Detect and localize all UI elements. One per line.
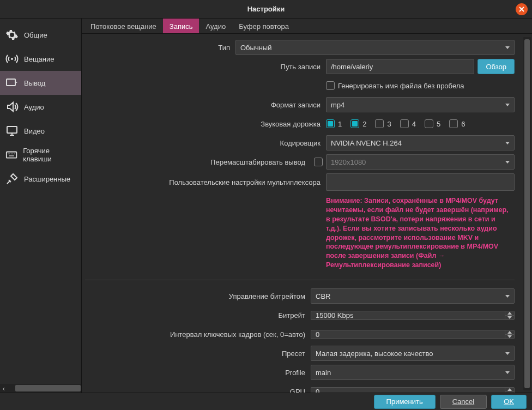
main-scrollbar[interactable]: [523, 37, 531, 390]
sidebar-item-label: Вещание: [24, 55, 55, 63]
track-3-checkbox[interactable]: [375, 119, 384, 128]
tab-streaming[interactable]: Потоковое вещание: [84, 19, 163, 33]
sidebar-item-label: Расширенные: [24, 175, 70, 183]
recording-path-input[interactable]: [326, 59, 474, 74]
chevron-down-icon: [505, 352, 510, 355]
sidebar-item-advanced[interactable]: Расширенные: [0, 167, 81, 191]
sidebar-item-general[interactable]: Общие: [0, 23, 81, 47]
encoder-select[interactable]: NVIDIA NVENC H.264: [326, 135, 515, 150]
keyboard-icon: [5, 148, 17, 161]
cancel-button[interactable]: Cancel: [440, 395, 487, 409]
spinner-down-icon[interactable]: [505, 335, 514, 339]
bitrate-label: Битрейт: [82, 311, 311, 319]
sidebar-item-label: Горячие клавиши: [23, 147, 76, 163]
track-4-checkbox[interactable]: [400, 119, 409, 128]
keyint-spinner[interactable]: 0: [311, 330, 515, 339]
sidebar: Общие Вещание Вывод Аудио Видео Горячие …: [0, 19, 82, 393]
sidebar-item-label: Общие: [24, 31, 47, 39]
mux-input[interactable]: [326, 173, 515, 191]
sidebar-item-stream[interactable]: Вещание: [0, 47, 81, 71]
mp4-warning: Внимание: Записи, сохранённые в MP4/MOV …: [326, 194, 515, 274]
rescale-select[interactable]: 1920x1080: [326, 154, 515, 170]
sidebar-item-video[interactable]: Видео: [0, 119, 81, 143]
chevron-down-icon: [505, 295, 510, 298]
window-title: Настройки: [247, 5, 285, 13]
path-label: Путь записи: [82, 63, 326, 71]
sidebar-item-output[interactable]: Вывод: [0, 71, 81, 95]
profile-select[interactable]: main: [311, 365, 515, 380]
tabbar: Потоковое вещание Запись Аудио Буфер пов…: [82, 19, 532, 34]
type-label: Тип: [82, 44, 235, 52]
tools-icon: [5, 172, 19, 185]
sidebar-item-label: Аудио: [24, 103, 44, 111]
apply-button[interactable]: Применить: [374, 395, 436, 409]
generate-filename-checkbox[interactable]: [326, 81, 335, 90]
profile-label: Profile: [82, 369, 311, 377]
bitrate-spinner[interactable]: 15000 Kbps: [311, 311, 515, 320]
svg-rect-3: [7, 152, 16, 158]
svg-rect-1: [7, 79, 15, 86]
scroll-left-icon[interactable]: ‹: [0, 384, 8, 393]
spinner-up-icon[interactable]: [505, 330, 514, 335]
track-label: Звуковая дорожка: [82, 120, 326, 128]
preset-select[interactable]: Малая задержка, высокое качество: [311, 346, 515, 361]
track-2-checkbox[interactable]: [350, 119, 359, 128]
spinner-up-icon[interactable]: [505, 388, 514, 392]
sidebar-item-label: Вывод: [24, 79, 45, 87]
chevron-down-icon: [505, 161, 510, 164]
gear-icon: [5, 28, 19, 41]
rate-control-label: Управление битрейтом: [82, 292, 311, 300]
chevron-down-icon: [505, 104, 510, 106]
close-icon[interactable]: [516, 3, 528, 15]
track-1-checkbox[interactable]: [326, 119, 335, 128]
chevron-down-icon: [505, 371, 510, 374]
keyint-label: Интервал ключевых кадров (сек, 0=авто): [82, 330, 311, 339]
footer: Применить Cancel OK: [0, 393, 532, 410]
chevron-down-icon: [505, 142, 510, 144]
tab-replay-buffer[interactable]: Буфер повтора: [232, 19, 295, 33]
encoder-label: Кодировщик: [82, 139, 326, 147]
format-label: Формат записи: [82, 101, 326, 109]
monitor-icon: [5, 124, 19, 137]
generate-filename-label: Генерировать имя файла без пробела: [338, 82, 464, 90]
sidebar-item-label: Видео: [24, 127, 45, 135]
speaker-icon: [5, 100, 19, 113]
rescale-checkbox[interactable]: [314, 158, 323, 166]
gpu-label: GPU: [82, 388, 311, 393]
divider: [85, 280, 515, 280]
tab-audio[interactable]: Аудио: [199, 19, 232, 33]
broadcast-icon: [5, 52, 19, 65]
svg-point-0: [11, 58, 13, 60]
format-select[interactable]: mp4: [326, 97, 515, 112]
ok-button[interactable]: OK: [491, 395, 527, 409]
spinner-down-icon[interactable]: [505, 392, 514, 393]
rescale-label: Перемасштабировать вывод: [82, 158, 311, 166]
svg-rect-2: [7, 126, 17, 133]
sidebar-scrollbar[interactable]: ‹ ›: [0, 384, 81, 393]
tab-recording[interactable]: Запись: [163, 19, 200, 33]
chevron-down-icon: [505, 46, 510, 49]
sidebar-item-hotkeys[interactable]: Горячие клавиши: [0, 143, 81, 167]
track-6-checkbox[interactable]: [449, 119, 458, 128]
sidebar-item-audio[interactable]: Аудио: [0, 95, 81, 119]
type-select[interactable]: Обычный: [235, 40, 515, 55]
output-icon: [5, 76, 19, 89]
rate-control-select[interactable]: CBR: [311, 288, 515, 304]
spinner-up-icon[interactable]: [505, 311, 514, 316]
mux-label: Пользовательские настройки мультиплексор…: [82, 178, 326, 186]
browse-button[interactable]: Обзор: [477, 59, 515, 74]
preset-label: Пресет: [82, 349, 311, 358]
spinner-down-icon[interactable]: [505, 316, 514, 319]
track-5-checkbox[interactable]: [425, 119, 433, 128]
gpu-spinner[interactable]: 0: [311, 387, 515, 393]
titlebar: Настройки: [0, 0, 532, 19]
